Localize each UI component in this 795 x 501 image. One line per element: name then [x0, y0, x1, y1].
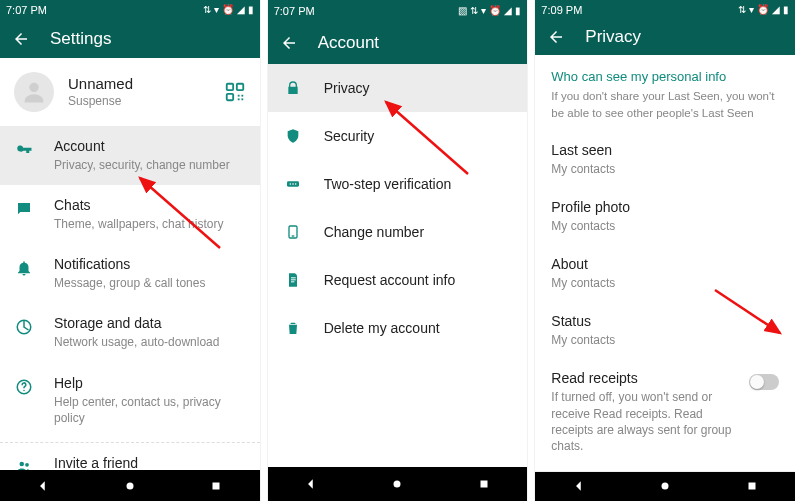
row-title: Profile photo — [551, 199, 779, 215]
privacy-row-last-seen[interactable]: Last seen My contacts — [535, 131, 795, 188]
svg-rect-29 — [748, 483, 755, 490]
alarm-icon: ⏰ — [489, 6, 501, 16]
privacy-row-about[interactable]: About My contacts — [535, 245, 795, 302]
svg-rect-21 — [291, 277, 296, 278]
svg-point-11 — [20, 462, 25, 467]
settings-row-storage[interactable]: Storage and data Network usage, auto-dow… — [0, 303, 260, 362]
trash-icon — [284, 319, 302, 337]
svg-rect-6 — [237, 98, 239, 100]
bt-icon: ⇅ — [738, 5, 746, 15]
privacy-content: Who can see my personal info If you don'… — [535, 55, 795, 471]
screenshot-icon: ▧ — [458, 6, 467, 16]
privacy-row-status[interactable]: Status My contacts — [535, 302, 795, 359]
status-icons: ▧ ⇅ ▾ ⏰ ◢ ▮ — [458, 6, 521, 16]
row-title: Help — [54, 375, 246, 391]
settings-row-chats[interactable]: Chats Theme, wallpapers, chat history — [0, 185, 260, 244]
row-title: Chats — [54, 197, 223, 213]
svg-point-28 — [662, 483, 669, 490]
wifi-icon: ▾ — [214, 5, 219, 15]
nav-home[interactable] — [389, 476, 405, 492]
back-button[interactable] — [547, 28, 565, 46]
app-bar: Settings — [0, 20, 260, 58]
account-row-two-step[interactable]: Two-step verification — [268, 160, 528, 208]
nav-back[interactable] — [571, 478, 587, 494]
bt-icon: ⇅ — [203, 5, 211, 15]
account-row-change-number[interactable]: Change number — [268, 208, 528, 256]
page-title: Account — [318, 33, 379, 53]
svg-rect-4 — [237, 95, 239, 97]
svg-rect-1 — [226, 84, 232, 90]
row-label: Delete my account — [324, 320, 440, 336]
account-row-delete[interactable]: Delete my account — [268, 304, 528, 352]
row-title: Account — [54, 138, 230, 154]
account-row-request-info[interactable]: Request account info — [268, 256, 528, 304]
row-title: Invite a friend — [54, 455, 138, 470]
svg-point-10 — [23, 389, 25, 391]
row-subtitle: Network usage, auto-download — [54, 334, 219, 350]
account-row-privacy[interactable]: Privacy — [268, 64, 528, 112]
section-desc: If you don't share your Last Seen, you w… — [535, 88, 795, 130]
row-title: Storage and data — [54, 315, 219, 331]
wifi-icon: ▾ — [749, 5, 754, 15]
back-button[interactable] — [280, 34, 298, 52]
row-subtitle: My contacts — [551, 332, 779, 348]
nav-home[interactable] — [657, 478, 673, 494]
row-title: Notifications — [54, 256, 205, 272]
settings-row-notifications[interactable]: Notifications Message, group & call tone… — [0, 244, 260, 303]
screen-privacy: 7:09 PM ⇅ ▾ ⏰ ◢ ▮ Privacy Who can see my… — [535, 0, 795, 501]
bt-icon: ⇅ — [470, 6, 478, 16]
read-receipts-toggle[interactable] — [749, 374, 779, 390]
profile-row[interactable]: Unnamed Suspense — [0, 58, 260, 126]
chat-icon — [14, 199, 34, 219]
settings-row-invite[interactable]: Invite a friend — [0, 443, 260, 470]
nav-home[interactable] — [122, 478, 138, 494]
nav-recent[interactable] — [476, 476, 492, 492]
settings-row-help[interactable]: Help Help center, contact us, privacy po… — [0, 363, 260, 438]
row-subtitle: My contacts — [551, 275, 779, 291]
screen-account: 7:07 PM ▧ ⇅ ▾ ⏰ ◢ ▮ Account Privacy Secu… — [268, 0, 528, 501]
shield-icon — [284, 127, 302, 145]
row-title: About — [551, 256, 779, 272]
privacy-row-read-receipts[interactable]: Read receipts If turned off, you won't s… — [535, 359, 795, 465]
screen-settings: 7:07 PM ⇅ ▾ ⏰ ◢ ▮ Settings Unnamed Suspe… — [0, 0, 260, 501]
nav-recent[interactable] — [744, 478, 760, 494]
section-title: Who can see my personal info — [535, 55, 795, 88]
signal-icon: ◢ — [772, 5, 780, 15]
status-bar: 7:07 PM ▧ ⇅ ▾ ⏰ ◢ ▮ — [268, 0, 528, 22]
profile-subtitle: Suspense — [68, 94, 133, 108]
account-row-security[interactable]: Security — [268, 112, 528, 160]
row-subtitle: Theme, wallpapers, chat history — [54, 216, 223, 232]
row-subtitle: Message, group & call tones — [54, 275, 205, 291]
wifi-icon: ▾ — [481, 6, 486, 16]
status-icons: ⇅ ▾ ⏰ ◢ ▮ — [203, 5, 254, 15]
app-bar: Privacy — [535, 19, 795, 55]
svg-rect-3 — [226, 94, 232, 100]
row-subtitle: My contacts — [551, 161, 779, 177]
row-subtitle: My contacts — [551, 218, 779, 234]
svg-point-19 — [295, 183, 297, 185]
back-button[interactable] — [12, 30, 30, 48]
svg-rect-7 — [241, 98, 243, 100]
status-time: 7:07 PM — [6, 4, 47, 16]
battery-icon: ▮ — [515, 6, 521, 16]
qr-icon[interactable] — [224, 81, 246, 103]
nav-bar — [268, 467, 528, 501]
status-bar: 7:09 PM ⇅ ▾ ⏰ ◢ ▮ — [535, 0, 795, 19]
row-subtitle: Help center, contact us, privacy policy — [54, 394, 246, 426]
nav-recent[interactable] — [208, 478, 224, 494]
row-subtitle: Privacy, security, change number — [54, 157, 230, 173]
privacy-row-profile-photo[interactable]: Profile photo My contacts — [535, 188, 795, 245]
row-label: Privacy — [324, 80, 370, 96]
profile-text: Unnamed Suspense — [68, 75, 133, 108]
svg-rect-26 — [481, 481, 488, 488]
nav-back[interactable] — [303, 476, 319, 492]
svg-point-14 — [126, 482, 133, 489]
pin-icon — [284, 175, 302, 193]
svg-point-12 — [25, 463, 29, 467]
app-bar: Account — [268, 22, 528, 64]
settings-content: Unnamed Suspense Account Privacy, securi… — [0, 58, 260, 471]
row-label: Request account info — [324, 272, 456, 288]
svg-rect-5 — [241, 95, 243, 97]
nav-back[interactable] — [35, 478, 51, 494]
settings-row-account[interactable]: Account Privacy, security, change number — [0, 126, 260, 185]
